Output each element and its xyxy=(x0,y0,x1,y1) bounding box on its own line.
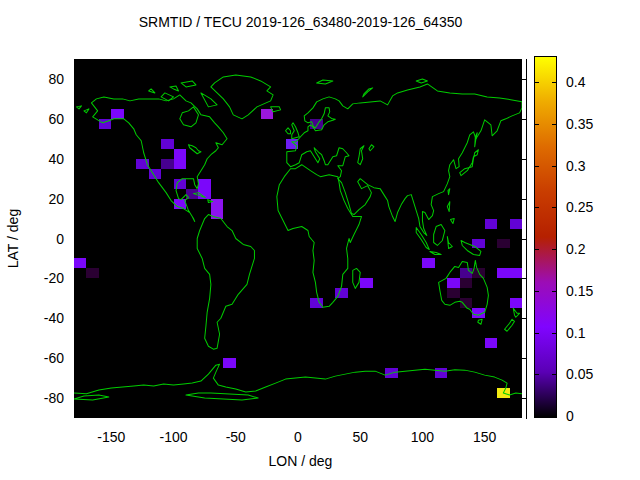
right-border-tick xyxy=(521,318,526,319)
colorbar-tick xyxy=(552,291,556,292)
colorbar-tick xyxy=(552,249,556,250)
right-border-tick xyxy=(521,398,526,399)
coast-iceland xyxy=(271,107,281,112)
y-tick-label: 20 xyxy=(18,191,64,207)
coast-greenland xyxy=(211,75,273,119)
colorbar-tick-label: 0 xyxy=(566,408,574,424)
colorbar-tick-label: 0.05 xyxy=(566,366,593,382)
coast-great-lakes xyxy=(188,145,200,154)
y-tick-label: -40 xyxy=(18,310,64,326)
colorbar-tick xyxy=(552,374,556,375)
colorbar-tick xyxy=(535,291,539,292)
coast-east-asia-islands xyxy=(447,189,454,224)
coast-africa xyxy=(277,165,362,308)
coast-arctic-islands xyxy=(149,81,217,107)
y-tick-label: 40 xyxy=(18,151,64,167)
colorbar-tick xyxy=(535,124,539,125)
x-tick-label: 50 xyxy=(352,429,368,445)
colorbar-tick-label: 0.35 xyxy=(566,116,593,132)
x-tick-label: -150 xyxy=(97,429,125,445)
coast-arctic-russia-islands xyxy=(317,79,428,97)
coast-eurasia xyxy=(287,84,522,236)
colorbar-tick xyxy=(552,207,556,208)
y-tick-label: 0 xyxy=(18,231,64,247)
coastline-map xyxy=(74,59,522,418)
coast-japan xyxy=(460,133,479,176)
colorbar-tick-label: 0.2 xyxy=(566,241,585,257)
right-border-tick xyxy=(521,159,526,160)
x-tick-label: 100 xyxy=(411,429,434,445)
x-tick-label: -50 xyxy=(226,429,246,445)
colorbar-tick xyxy=(535,374,539,375)
colorbar-tick xyxy=(535,249,539,250)
gnuplot-figure: SRMTID / TECU 2019-126_63480-2019-126_64… xyxy=(0,0,640,480)
coast-caspian-aral xyxy=(358,145,374,165)
colorbar-tick xyxy=(535,82,539,83)
colorbar-tick-label: 0.3 xyxy=(566,158,585,174)
colorbar-tick xyxy=(535,333,539,334)
y-tick-label: -60 xyxy=(18,350,64,366)
y-tick-label: -20 xyxy=(18,270,64,286)
coast-antarctica xyxy=(74,364,522,395)
coast-hudson-bay xyxy=(180,107,199,127)
coast-antarctica-shelf xyxy=(74,393,258,400)
colorbar-tick-label: 0.4 xyxy=(566,74,585,90)
right-border-tick xyxy=(521,239,526,240)
x-tick-label: -100 xyxy=(160,429,188,445)
colorbar-tick-label: 0.25 xyxy=(566,199,593,215)
coast-caribbean xyxy=(193,193,212,203)
x-tick-label: 150 xyxy=(473,429,496,445)
y-tick-label: 60 xyxy=(18,111,64,127)
plot-title: SRMTID / TECU 2019-126_63480-2019-126_64… xyxy=(74,14,527,30)
world-heatmap xyxy=(74,59,522,418)
coast-new-zealand xyxy=(505,308,520,331)
coast-british-isles xyxy=(286,123,300,139)
coast-bering-islets xyxy=(76,106,88,113)
colorbar-tick-label: 0.1 xyxy=(566,325,585,341)
coast-madagascar xyxy=(353,268,360,288)
y-tick-label: -80 xyxy=(18,390,64,406)
colorbar-tick xyxy=(552,333,556,334)
plot-right-border xyxy=(526,59,527,419)
coast-australia xyxy=(439,260,489,324)
colorbar-tick xyxy=(535,166,539,167)
right-border-tick xyxy=(521,119,526,120)
coast-south-america xyxy=(197,215,254,350)
colorbar-tick xyxy=(535,207,539,208)
coast-north-america xyxy=(91,95,227,222)
x-tick-label: 0 xyxy=(294,429,302,445)
right-border-tick xyxy=(521,278,526,279)
right-border-tick xyxy=(521,79,526,80)
colorbar-tick xyxy=(552,166,556,167)
x-axis-label: LON / deg xyxy=(74,453,527,469)
colorbar-tick xyxy=(552,124,556,125)
coast-indonesia xyxy=(416,225,481,256)
colorbar-tick xyxy=(535,416,539,417)
colorbar xyxy=(534,56,557,418)
colorbar-tick-label: 0.15 xyxy=(566,283,593,299)
right-border-tick xyxy=(521,199,526,200)
colorbar-tick xyxy=(552,416,556,417)
right-border-tick xyxy=(521,358,526,359)
colorbar-tick xyxy=(552,82,556,83)
y-tick-label: 80 xyxy=(18,71,64,87)
